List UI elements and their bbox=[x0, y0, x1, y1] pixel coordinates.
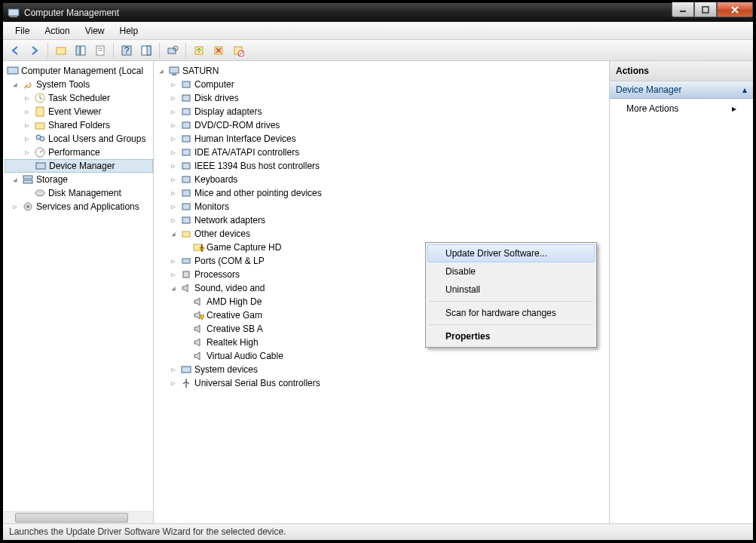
clock-icon bbox=[34, 92, 46, 104]
actions-header: Actions bbox=[610, 61, 753, 81]
toolbar: ? bbox=[3, 40, 753, 61]
menu-action[interactable]: Action bbox=[37, 23, 77, 38]
horizontal-scrollbar[interactable] bbox=[3, 511, 153, 523]
context-uninstall[interactable]: Uninstall bbox=[427, 281, 595, 299]
update-driver-button[interactable] bbox=[190, 41, 208, 60]
device-system-devices[interactable]: ▷System devices bbox=[154, 363, 609, 376]
tree-local-users[interactable]: ▷Local Users and Groups bbox=[5, 132, 153, 146]
properties-button[interactable] bbox=[91, 41, 109, 60]
device-sound-item[interactable]: Virtual Audio Cable bbox=[154, 349, 609, 363]
expand-icon[interactable]: ▷ bbox=[169, 105, 178, 118]
tree-root[interactable]: Computer Management (Local bbox=[5, 64, 153, 78]
back-button[interactable] bbox=[6, 41, 24, 60]
device-usb-controllers[interactable]: ▷Universal Serial Bus controllers bbox=[154, 376, 609, 390]
svg-rect-36 bbox=[182, 81, 190, 87]
device-category[interactable]: ▷Display adapters bbox=[154, 105, 609, 118]
expand-icon[interactable]: ▷ bbox=[23, 146, 32, 159]
expand-icon[interactable]: ▷ bbox=[23, 91, 32, 105]
svg-rect-50 bbox=[182, 259, 190, 263]
submenu-arrow-icon: ▸ bbox=[732, 103, 736, 114]
expand-icon[interactable]: ▷ bbox=[169, 118, 178, 132]
menu-view[interactable]: View bbox=[78, 23, 112, 38]
expand-icon[interactable]: ▷ bbox=[169, 159, 178, 173]
tree-storage[interactable]: ◢Storage bbox=[5, 173, 153, 186]
services-icon bbox=[22, 201, 34, 213]
actions-section-device-manager[interactable]: Device Manager ▴ bbox=[610, 81, 753, 99]
expand-icon[interactable]: ▷ bbox=[169, 376, 178, 390]
expand-icon[interactable]: ▷ bbox=[169, 268, 178, 281]
tools-icon bbox=[22, 78, 34, 90]
tree-event-viewer[interactable]: ▷Event Viewer bbox=[5, 105, 153, 118]
expand-icon[interactable]: ▷ bbox=[23, 105, 32, 118]
menu-help[interactable]: Help bbox=[112, 23, 146, 38]
expand-icon[interactable]: ▷ bbox=[169, 78, 178, 91]
expand-icon[interactable]: ▷ bbox=[169, 146, 178, 159]
expand-icon[interactable]: ▷ bbox=[169, 363, 178, 376]
tree-task-scheduler[interactable]: ▷Task Scheduler bbox=[5, 91, 153, 105]
tree-performance[interactable]: ▷Performance bbox=[5, 146, 153, 159]
tree-services[interactable]: ▷Services and Applications bbox=[5, 200, 153, 213]
actions-more-actions[interactable]: More Actions ▸ bbox=[610, 99, 753, 118]
device-category[interactable]: ▷Keyboards bbox=[154, 173, 609, 186]
expand-icon[interactable]: ▷ bbox=[169, 132, 178, 146]
scrollbar-thumb[interactable] bbox=[15, 513, 128, 523]
device-category[interactable]: ▷IDE ATA/ATAPI controllers bbox=[154, 146, 609, 159]
context-update-driver[interactable]: Update Driver Software... bbox=[427, 244, 595, 262]
minimize-button[interactable] bbox=[672, 2, 694, 17]
svg-point-26 bbox=[40, 137, 44, 141]
device-root[interactable]: ◢SATURN bbox=[154, 64, 609, 78]
expand-icon[interactable]: ▷ bbox=[169, 254, 178, 268]
context-scan[interactable]: Scan for hardware changes bbox=[427, 304, 595, 322]
tree-device-manager[interactable]: Device Manager bbox=[5, 159, 153, 173]
tree-shared-folders[interactable]: ▷Shared Folders bbox=[5, 118, 153, 132]
action-pane-button[interactable] bbox=[137, 41, 155, 60]
expand-icon[interactable]: ▷ bbox=[23, 132, 32, 146]
scan-hardware-button[interactable] bbox=[164, 41, 182, 60]
device-category[interactable]: ▷DVD/CD-ROM drives bbox=[154, 118, 609, 132]
collapse-icon[interactable]: ◢ bbox=[11, 78, 20, 91]
maximize-button[interactable] bbox=[694, 2, 717, 17]
collapse-icon[interactable]: ◢ bbox=[157, 64, 166, 78]
expand-icon[interactable]: ▷ bbox=[11, 200, 20, 213]
forward-button[interactable] bbox=[26, 41, 44, 60]
app-icon bbox=[8, 7, 20, 19]
device-other-devices[interactable]: ◢Other devices bbox=[154, 227, 609, 241]
disable-button[interactable] bbox=[229, 41, 247, 60]
expand-icon[interactable]: ▷ bbox=[169, 173, 178, 186]
expand-icon[interactable]: ▷ bbox=[169, 186, 178, 200]
collapse-icon[interactable]: ◢ bbox=[169, 281, 178, 295]
titlebar[interactable]: Computer Management bbox=[3, 3, 753, 22]
device-category[interactable]: ▷Mice and other pointing devices bbox=[154, 186, 609, 200]
device-category[interactable]: ▷IEEE 1394 Bus host controllers bbox=[154, 159, 609, 173]
context-properties[interactable]: Properties bbox=[427, 327, 595, 345]
expand-icon[interactable]: ▷ bbox=[23, 118, 32, 132]
uninstall-button[interactable] bbox=[210, 41, 228, 60]
close-button[interactable] bbox=[717, 2, 753, 17]
svg-rect-29 bbox=[23, 176, 32, 179]
device-category[interactable]: ▷Computer bbox=[154, 78, 609, 91]
expand-icon[interactable]: ▷ bbox=[169, 200, 178, 213]
show-hide-tree-button[interactable] bbox=[72, 41, 90, 60]
menu-file[interactable]: File bbox=[8, 23, 37, 38]
svg-rect-1 bbox=[10, 16, 17, 17]
usb-icon bbox=[180, 377, 192, 389]
collapse-icon[interactable]: ◢ bbox=[11, 173, 20, 186]
speaker-icon bbox=[192, 350, 204, 362]
collapse-icon[interactable]: ◢ bbox=[169, 227, 178, 241]
device-category[interactable]: ▷Human Interface Devices bbox=[154, 132, 609, 146]
help-button[interactable]: ? bbox=[118, 41, 136, 60]
collapse-icon[interactable]: ▴ bbox=[742, 84, 747, 95]
expand-icon[interactable]: ▷ bbox=[169, 91, 178, 105]
device-category[interactable]: ▷Monitors bbox=[154, 200, 609, 213]
expand-icon[interactable]: ▷ bbox=[169, 213, 178, 227]
device-category-icon bbox=[180, 160, 192, 172]
processor-icon bbox=[180, 268, 192, 281]
context-disable[interactable]: Disable bbox=[427, 262, 595, 281]
tree-disk-management[interactable]: Disk Management bbox=[5, 186, 153, 200]
device-category[interactable]: ▷Network adapters bbox=[154, 213, 609, 227]
up-button[interactable] bbox=[52, 41, 70, 60]
tree-system-tools[interactable]: ◢ System Tools bbox=[5, 78, 153, 91]
window-title: Computer Management bbox=[24, 8, 672, 18]
device-category[interactable]: ▷Disk drives bbox=[154, 91, 609, 105]
svg-rect-34 bbox=[170, 67, 179, 73]
